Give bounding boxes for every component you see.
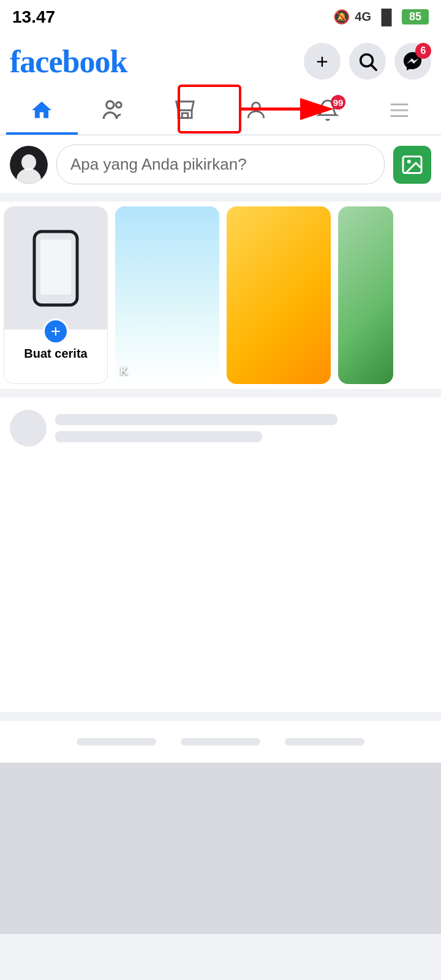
add-icon: + [316, 50, 328, 74]
battery-icon: 85 [402, 9, 429, 24]
svg-point-2 [107, 101, 114, 108]
nav-wrapper: 99 [0, 89, 441, 135]
signal-4g-icon: 4G [355, 10, 371, 24]
story-photo-2 [227, 206, 331, 384]
post-box-area: Apa yang Anda pikirkan? [0, 136, 441, 193]
add-button[interactable]: + [304, 43, 341, 80]
svg-point-3 [116, 102, 121, 108]
messenger-button[interactable]: 6 [394, 43, 431, 80]
nav-bar: 99 [0, 89, 441, 135]
signal-bars-icon: ▐▌ [376, 9, 397, 26]
stories-row: + Buat cerita K [0, 202, 441, 389]
bottom-tabs-area [0, 721, 441, 763]
bottom-tab-pill-1 [77, 738, 156, 745]
skeleton-content-block [10, 455, 431, 700]
mute-icon: 🔕 [333, 9, 350, 25]
user-avatar [10, 146, 48, 184]
bottom-tab-pill-3 [285, 738, 364, 745]
menu-icon [388, 99, 411, 122]
svg-point-13 [21, 154, 36, 170]
gray-bottom-area [0, 763, 441, 934]
avatar-icon [10, 146, 48, 184]
svg-rect-4 [182, 113, 188, 118]
photo-upload-button[interactable] [393, 146, 431, 184]
story-photo-3 [338, 206, 393, 384]
loading-section [0, 398, 441, 712]
stories-section: + Buat cerita K [0, 202, 441, 389]
story-card-1[interactable]: K [115, 206, 219, 384]
status-icons: 🔕 4G ▐▌ 85 [333, 9, 429, 26]
skeleton-row [10, 410, 431, 447]
nav-item-home[interactable] [6, 89, 78, 135]
story-card-3[interactable] [338, 206, 393, 384]
facebook-logo: facebook [10, 43, 127, 80]
svg-line-1 [371, 65, 376, 70]
search-button[interactable] [349, 43, 386, 80]
notifications-badge: 99 [331, 95, 345, 110]
photo-icon [401, 154, 423, 176]
notification-wrapper: 99 [316, 99, 339, 122]
svg-point-16 [407, 159, 411, 163]
svg-rect-18 [40, 239, 71, 295]
skeleton-line-1 [55, 414, 337, 425]
messenger-badge: 6 [415, 43, 431, 59]
story-card-2[interactable] [227, 206, 331, 384]
bottom-tab-pill-2 [181, 738, 260, 745]
home-icon [30, 99, 53, 122]
header-actions: + 6 [304, 43, 431, 80]
nav-item-friends[interactable] [78, 89, 149, 135]
story-create-bottom: + Buat cerita [4, 330, 107, 367]
skeleton-line-2 [55, 431, 262, 442]
story-card-create[interactable]: + Buat cerita [4, 206, 108, 384]
post-input[interactable]: Apa yang Anda pikirkan? [56, 145, 385, 184]
story-create-image [4, 207, 107, 330]
header: facebook + 6 [0, 34, 441, 89]
nav-item-marketplace[interactable] [149, 89, 221, 135]
svg-point-5 [252, 102, 260, 110]
phone-outline-icon [31, 228, 80, 308]
profile-icon [244, 99, 268, 122]
story-name-1: K [120, 365, 128, 378]
marketplace-icon [173, 99, 197, 122]
story-photo-1 [115, 206, 219, 384]
nav-item-menu[interactable] [363, 89, 435, 135]
nav-item-notifications[interactable]: 99 [292, 89, 364, 135]
status-bar: 13.47 🔕 4G ▐▌ 85 [0, 0, 441, 34]
status-time: 13.47 [12, 7, 55, 27]
friends-icon [100, 97, 126, 123]
skeleton-avatar [10, 410, 47, 447]
search-icon [357, 51, 378, 72]
skeleton-lines [55, 414, 431, 442]
create-story-label: Buat cerita [24, 347, 87, 361]
nav-item-profile[interactable] [221, 89, 292, 135]
